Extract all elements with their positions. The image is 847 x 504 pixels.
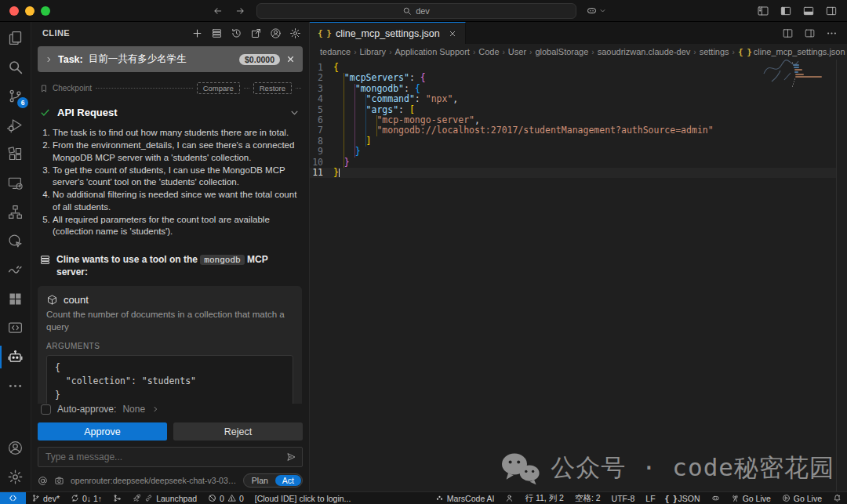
cursor-position[interactable]: 行 11, 列 2 <box>519 492 569 504</box>
toggle-primary-sidebar-icon[interactable] <box>780 5 792 17</box>
breadcrumb-item[interactable]: saoudrizwan.claude-dev <box>598 47 691 56</box>
activity-manage-settings[interactable] <box>0 462 31 491</box>
activity-source-control[interactable]: 6 <box>0 82 31 111</box>
close-tab-icon[interactable] <box>448 29 457 38</box>
image-icon[interactable] <box>54 476 64 486</box>
breadcrumb-item[interactable]: Code <box>478 47 499 56</box>
launchpad[interactable]: Launchpad <box>127 492 202 504</box>
new-task-icon[interactable] <box>191 27 203 39</box>
minimize-window-button[interactable] <box>25 6 35 16</box>
task-cost-badge: $0.0000 <box>239 54 280 65</box>
auto-approve-checkbox[interactable] <box>41 404 51 415</box>
activity-org-explorer[interactable] <box>0 198 31 227</box>
chevron-down-icon[interactable] <box>289 107 300 118</box>
activity-product-grid[interactable] <box>0 285 31 314</box>
activity-live-preview[interactable] <box>0 314 31 343</box>
problems[interactable]: 00 <box>202 492 249 504</box>
feedback[interactable] <box>500 492 519 504</box>
language-mode[interactable]: { }JSON <box>661 492 706 504</box>
go-live-play[interactable]: Go Live <box>776 492 827 504</box>
act-mode[interactable]: Act <box>275 475 301 486</box>
code-line: 10 } <box>310 158 836 168</box>
cube-icon <box>46 294 58 306</box>
close-task-icon[interactable] <box>285 54 296 64</box>
account-icon[interactable] <box>270 27 282 39</box>
chat-scroll-area[interactable]: Checkpoint Compare Restore API Request T… <box>31 72 309 404</box>
chat-input[interactable] <box>38 447 303 467</box>
activity-accounts[interactable] <box>0 433 31 462</box>
breadcrumb-item[interactable]: Application Support <box>394 47 469 56</box>
go-live-broadcast-tower-icon <box>731 494 740 502</box>
notifications[interactable] <box>827 492 847 504</box>
activity-run-debug[interactable] <box>0 111 31 140</box>
api-request-header[interactable]: API Request <box>39 107 300 118</box>
toggle-secondary-side-icon[interactable] <box>804 27 816 39</box>
activity-wave-extension[interactable] <box>0 256 31 285</box>
marscode-ai[interactable]: MarsCode AI <box>430 492 500 504</box>
cloud-ide-login[interactable]: [Cloud IDE] click to login... <box>249 492 357 504</box>
editor-code[interactable]: 1{2 "mcpServers": {3 "mongodb": {4 "comm… <box>310 60 847 491</box>
activity-explorer[interactable] <box>0 24 31 53</box>
git-branch[interactable]: dev* <box>26 492 65 504</box>
mention-icon[interactable] <box>38 476 48 486</box>
breadcrumb-item[interactable]: Library <box>360 47 387 56</box>
forward-icon[interactable] <box>234 5 245 16</box>
encoding[interactable]: UTF-8 <box>606 492 641 504</box>
indentation[interactable]: 空格: 2 <box>569 492 606 504</box>
breadcrumb-item[interactable]: User <box>508 47 526 56</box>
breadcrumb-item[interactable]: globalStorage <box>535 47 588 56</box>
tool-request-header: Cline wants to use a tool on the mongodb… <box>39 253 301 280</box>
mcp-servers-icon[interactable] <box>211 27 223 39</box>
back-icon[interactable] <box>213 5 224 16</box>
copilot-status-copilot-icon <box>711 494 720 502</box>
settings-icon[interactable] <box>289 27 301 39</box>
model-selector[interactable]: openrouter:deepseek/deepseek-chat-v3-032… <box>71 476 237 485</box>
zoom-window-button[interactable] <box>41 6 50 16</box>
activity-remote-explorer[interactable] <box>0 169 31 198</box>
reasoning-step: All required parameters for the count to… <box>53 214 298 238</box>
activity-additional-views[interactable] <box>0 372 31 401</box>
copilot-status[interactable] <box>706 492 725 504</box>
task-header[interactable]: Task: 目前一共有多少名学生 $0.0000 <box>38 46 303 72</box>
close-window-button[interactable] <box>9 6 19 16</box>
check-icon <box>39 107 51 118</box>
customize-layout-icon[interactable] <box>757 5 769 17</box>
scrollbar[interactable] <box>836 60 847 491</box>
toggle-panel-icon[interactable] <box>802 5 815 17</box>
language-mode-braces-icon: { } <box>667 494 675 502</box>
send-icon[interactable] <box>285 451 296 462</box>
go-live-broadcast[interactable]: Go Live <box>725 492 776 504</box>
reject-button[interactable]: Reject <box>173 422 303 441</box>
command-center-search[interactable]: dev <box>256 3 576 19</box>
tool-request-prefix: Cline wants to use a tool on the <box>56 254 198 265</box>
breadcrumb-item[interactable]: { }cline_mcp_settings.json <box>738 47 845 57</box>
copilot-menu[interactable] <box>586 5 606 16</box>
breadcrumb-item[interactable]: settings <box>700 47 729 56</box>
git-sync[interactable]: 0↓ 1↑ <box>65 492 107 504</box>
more-actions-icon[interactable] <box>826 27 838 39</box>
remote-indicator[interactable] <box>0 492 26 504</box>
breadcrumb-separator: › <box>732 48 735 56</box>
history-icon[interactable] <box>231 27 242 39</box>
tab-cline-mcp-settings[interactable]: { } cline_mcp_settings.json <box>310 22 466 44</box>
approve-button[interactable]: Approve <box>38 422 167 441</box>
breadcrumb-item[interactable]: tedance <box>320 47 351 56</box>
eol[interactable]: LF <box>640 492 660 504</box>
feedback-person-small-icon <box>505 494 514 502</box>
compare-button[interactable]: Compare <box>197 82 240 94</box>
open-in-editor-icon[interactable] <box>250 27 262 39</box>
activity-cline[interactable] <box>0 343 31 372</box>
auto-approve-row[interactable]: Auto-approve: None <box>41 404 303 415</box>
split-editor-icon[interactable] <box>782 27 794 39</box>
minimap[interactable] <box>792 62 835 88</box>
plan-mode[interactable]: Plan <box>245 475 275 486</box>
activity-test-pointer[interactable] <box>0 227 31 256</box>
restore-button[interactable]: Restore <box>253 82 292 94</box>
activity-search[interactable] <box>0 53 31 82</box>
plan-act-toggle[interactable]: Plan Act <box>243 473 303 488</box>
activity-extensions[interactable] <box>0 140 31 169</box>
source-control-action-merge-icon <box>113 494 122 502</box>
source-control-action[interactable] <box>107 492 127 504</box>
sidebar-bottom: Auto-approve: None Approve Reject openro… <box>31 404 309 491</box>
toggle-secondary-sidebar-icon[interactable] <box>825 5 838 17</box>
